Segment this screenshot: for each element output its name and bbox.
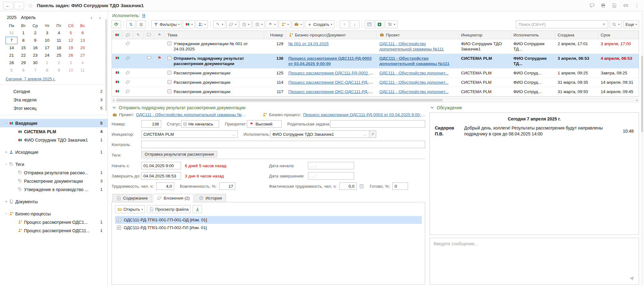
more-button[interactable]: Еще▾ (623, 20, 639, 28)
calendar-day[interactable]: 7 (6, 37, 17, 44)
calendar-day[interactable]: 15 (17, 44, 29, 52)
calendar-day[interactable]: 11 (53, 37, 65, 44)
detail-tab[interactable]: Содержание (112, 194, 152, 202)
forward-button[interactable]: → (14, 2, 24, 9)
calendar-day[interactable]: 10 (65, 67, 77, 74)
sidebar-tree-item[interactable]: −Бизнес-процессы (0, 209, 108, 218)
attachment-checkbox[interactable]: ✓ (117, 226, 121, 230)
scrollbar-thumb[interactable] (116, 99, 443, 101)
calendar-day[interactable]: 8 (17, 37, 29, 44)
horizontal-scrollbar[interactable]: ◂ ▸ (112, 98, 639, 102)
column-header[interactable]: Проект (377, 31, 459, 39)
column-header[interactable]: Срок (598, 31, 639, 39)
calendar-day[interactable]: 19 (65, 44, 77, 52)
calendar-day[interactable]: 2 (29, 29, 41, 37)
process-link[interactable]: Процесс рассмотрения ОКС-ОДС111-РД-01... (288, 89, 377, 94)
column-header[interactable]: Создана (555, 31, 598, 39)
column-header-roles[interactable] (112, 31, 123, 39)
number-field[interactable]: 136 (141, 120, 161, 128)
calendar-day[interactable]: 20 (77, 44, 89, 52)
calendar-day[interactable]: 17 (41, 44, 53, 52)
calendar-day[interactable]: 27 (77, 52, 89, 59)
row-checkbox[interactable] (167, 41, 171, 45)
download-attachment-button[interactable] (193, 205, 202, 213)
edit-menu-button[interactable]: ✎▾ (213, 20, 225, 28)
priority-field[interactable]: ⚑Высокий (247, 120, 282, 128)
column-header[interactable]: Инициатор (459, 31, 511, 39)
print-icon[interactable] (600, 3, 606, 8)
scroll-left-icon[interactable]: ◂ (112, 99, 115, 102)
tags-field[interactable]: Отправка результатов рассмотрения (141, 151, 425, 159)
calendar-day[interactable]: 9 (29, 37, 41, 44)
project-link[interactable]: ОДС111 - Обустройство дополнит... (379, 89, 449, 94)
sidebar-tree-item[interactable]: +Документы (0, 197, 108, 206)
sidebar-tree-item[interactable]: Отправка результатов рассмо...1 (0, 168, 108, 177)
window-scrollbar[interactable] (641, 12, 643, 286)
attachment-row[interactable]: ✓ОДС111-РД-ТП01-001-ГП-001-ОД [Изм. 01] (115, 216, 422, 224)
expander-minus-icon[interactable]: − (4, 162, 9, 167)
effort-field[interactable]: 4,0 (156, 182, 174, 190)
calendar-day[interactable]: 5 (65, 29, 77, 37)
calendar-day[interactable]: 5 (6, 67, 17, 74)
calendar-day[interactable]: 30 (29, 59, 41, 67)
calendar-day[interactable]: 2 (53, 59, 65, 67)
choose-initiator-icon[interactable]: ... (230, 132, 236, 136)
sidebar-quick-item[interactable]: Этот месяц5 (0, 104, 108, 112)
calendar-day[interactable]: 25 (53, 52, 65, 59)
project-link[interactable]: ОДС111 - Обустройство дополнит... (379, 80, 449, 85)
send-message-icon[interactable] (629, 276, 635, 281)
actual-effort-field[interactable]: 0,0 (339, 182, 357, 190)
view-file-button[interactable]: Просмотр файла (147, 205, 191, 213)
detail-title[interactable]: Отправить подрядчику результат рассмотре… (119, 105, 245, 110)
project-link[interactable]: ОДС111 - Обустройство дополнит... (379, 71, 449, 75)
more-icon[interactable]: ⋮ (634, 3, 640, 8)
process-link[interactable]: Процесс рассмотрения ОДС111-РД-0003 от 0… (303, 112, 425, 117)
process-link[interactable]: Процесс рассмотрения ОДС111-РД-0002 от..… (288, 71, 376, 75)
preview-icon[interactable] (612, 3, 617, 8)
calendar-day[interactable]: 7 (29, 67, 41, 74)
start-field[interactable]: 01.04.2025 9:00 (141, 162, 181, 169)
choose-performer-icon[interactable]: ... (361, 132, 367, 136)
calculator-icon[interactable] (359, 184, 364, 188)
calendar-day[interactable]: 9 (53, 67, 65, 74)
group-view-button[interactable]: ▤ (137, 20, 146, 28)
task-row[interactable]: Рассмотрение документации125Процесс расс… (112, 68, 639, 78)
involvement-field[interactable]: 17 (219, 182, 235, 190)
attachments-menu-button[interactable]: ▾ (226, 20, 238, 28)
list-settings-button[interactable] (365, 20, 374, 28)
sidebar-tree-item[interactable]: Рассмотрение документации3 (0, 177, 108, 185)
sidebar-tree-item[interactable]: +Исходящие1 (0, 148, 108, 156)
initiator-field[interactable]: СИСТЕМА PLM... (141, 130, 238, 138)
detail-tab[interactable]: Вложения (2) (153, 194, 194, 202)
sort-by-new-button[interactable]: ⇅ (126, 20, 136, 28)
link-icon[interactable] (623, 3, 628, 8)
calendar-day[interactable]: 4 (77, 59, 89, 67)
sidebar-tree-item[interactable]: СИСТЕМА PLM4 (0, 127, 108, 136)
task-row[interactable]: Утверждение документации № 001 от 24.03.… (112, 39, 639, 54)
row-checkbox[interactable] (167, 80, 171, 84)
row-checkbox[interactable] (167, 56, 171, 60)
performer-field[interactable]: ФИО Сотрудник ТДО Заказчик1... (270, 130, 369, 138)
calendar-day[interactable]: 29 (17, 59, 29, 67)
column-header[interactable]: Тема (165, 31, 264, 39)
column-header[interactable]: Исполнитель (511, 31, 555, 39)
process-link[interactable]: Процесс рассмотрения ОКС-ОДС111-РД-01... (288, 80, 377, 85)
calendar-prev-button[interactable]: ‹ (89, 15, 94, 20)
sidebar-quick-item[interactable]: Сегодня2 (0, 87, 108, 96)
calendar-day[interactable]: 6 (77, 29, 89, 37)
column-header-paperclip[interactable] (123, 31, 133, 39)
ready-field[interactable]: 0 (392, 182, 408, 190)
project-link[interactable]: ОДС111 - Обустройство дополнительной скв… (379, 56, 449, 66)
calendar-day[interactable]: 18 (53, 44, 65, 52)
detail-tab[interactable]: История (195, 194, 226, 202)
attachment-checkbox[interactable]: ✓ (117, 218, 121, 222)
expander-plus-icon[interactable]: + (4, 199, 9, 204)
collapse-detail-icon[interactable] (112, 106, 117, 110)
task-row[interactable]: Рассмотрение документации114Процесс расс… (112, 78, 639, 87)
calendar-year[interactable]: 2025 (6, 14, 20, 21)
sidebar-tree-item[interactable]: Процесс рассмотрения ОДС1...1 (0, 218, 108, 226)
open-performer-button[interactable]: ↗ (369, 130, 376, 138)
collapse-discussion-icon[interactable] (430, 106, 435, 110)
project-link[interactable]: ОДС111 - Обустройство дополнительной скв… (379, 41, 444, 51)
calendar-next-button[interactable]: › (98, 15, 102, 20)
